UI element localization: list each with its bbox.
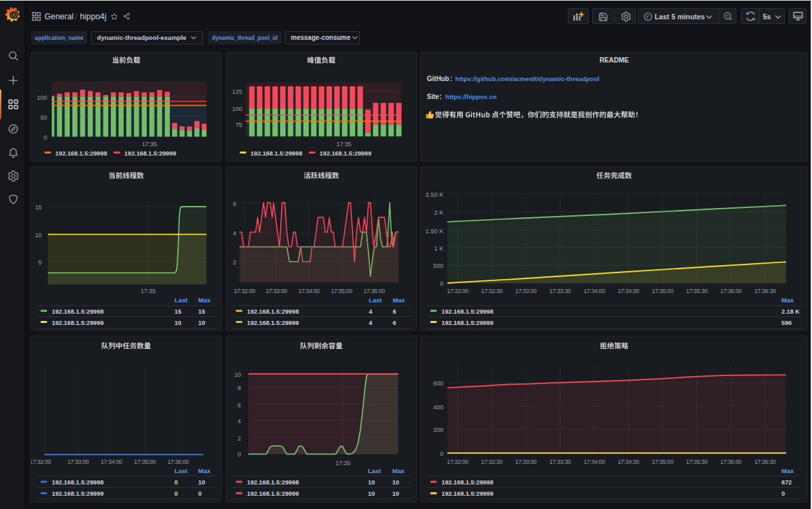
- svg-text:100: 100: [37, 94, 47, 101]
- svg-text:2: 2: [238, 435, 241, 442]
- svg-text:17:33:30: 17:33:30: [549, 458, 571, 465]
- svg-text:192.168.1.5:29998: 192.168.1.5:29998: [247, 479, 299, 486]
- svg-text:17:34:30: 17:34:30: [617, 458, 639, 465]
- svg-text:Max: Max: [781, 467, 794, 474]
- svg-text:192.168.1.5:29998: 192.168.1.5:29998: [442, 308, 493, 315]
- svg-text:17:36:30: 17:36:30: [754, 458, 776, 465]
- svg-text:10: 10: [175, 320, 181, 326]
- svg-text:192.168.1.5:29998: 192.168.1.5:29998: [247, 308, 299, 315]
- svg-text:0: 0: [175, 490, 178, 497]
- svg-text:192.168.1.5:29998: 192.168.1.5:29998: [442, 479, 493, 486]
- svg-text:Max: Max: [781, 296, 794, 304]
- svg-text:192.168.1.5:29998: 192.168.1.5:29998: [250, 150, 302, 157]
- svg-text:596: 596: [781, 320, 792, 326]
- svg-text:10: 10: [35, 232, 42, 239]
- svg-text:Last: Last: [368, 467, 381, 474]
- svg-text:10: 10: [199, 479, 205, 486]
- svg-text:5: 5: [39, 259, 42, 266]
- svg-text:17:35: 17:35: [142, 141, 157, 148]
- svg-text:https://github.com/acmenlt/dyn: https://github.com/acmenlt/dynamic-threa…: [455, 75, 600, 82]
- svg-text:4: 4: [369, 308, 373, 315]
- svg-text:200: 200: [433, 427, 444, 433]
- svg-text:1.50 K: 1.50 K: [426, 228, 444, 235]
- svg-text:400: 400: [433, 404, 444, 411]
- svg-text:2: 2: [233, 259, 236, 266]
- svg-text:17:34:00: 17:34:00: [584, 458, 606, 465]
- svg-text:4: 4: [238, 418, 241, 425]
- svg-text:17:33:00: 17:33:00: [67, 458, 89, 465]
- svg-text:Max: Max: [199, 467, 211, 474]
- svg-text:10: 10: [392, 479, 399, 486]
- svg-text:8: 8: [238, 385, 241, 391]
- svg-text:17:34:00: 17:34:00: [101, 458, 123, 465]
- svg-text:17:35:30: 17:35:30: [686, 288, 708, 294]
- svg-text:192.168.1.5:29999: 192.168.1.5:29999: [52, 320, 104, 326]
- svg-text:75: 75: [236, 122, 242, 128]
- svg-text:17:32:00: 17:32:00: [234, 288, 256, 294]
- svg-text:15: 15: [199, 308, 205, 315]
- svg-text:17:35: 17:35: [335, 460, 351, 466]
- svg-text:0: 0: [238, 451, 241, 458]
- svg-text:17:33:00: 17:33:00: [266, 288, 287, 294]
- svg-text:4: 4: [233, 230, 236, 237]
- svg-text:Max: Max: [199, 296, 211, 304]
- svg-text:17:35:00: 17:35:00: [134, 458, 156, 465]
- svg-text:192.168.1.5:29999: 192.168.1.5:29999: [319, 150, 371, 157]
- svg-text:Last: Last: [369, 296, 382, 304]
- svg-text:10: 10: [234, 371, 241, 378]
- svg-text:17:33:00: 17:33:00: [515, 458, 537, 465]
- svg-text:17:32:00: 17:32:00: [447, 458, 469, 465]
- svg-text:15: 15: [175, 308, 181, 315]
- svg-text:1 K: 1 K: [434, 245, 444, 252]
- svg-text:192.168.1.5:29999: 192.168.1.5:29999: [52, 490, 104, 497]
- svg-text:10: 10: [392, 490, 399, 497]
- svg-text:Site: Site: [427, 93, 440, 100]
- svg-text:192.168.1.5:29998: 192.168.1.5:29998: [55, 150, 107, 157]
- svg-text:6: 6: [238, 402, 241, 409]
- svg-text:192.168.1.5:29998: 192.168.1.5:29998: [52, 308, 104, 315]
- svg-text:17:35: 17:35: [141, 288, 156, 294]
- svg-text:192.168.1.5:29999: 192.168.1.5:29999: [442, 490, 493, 497]
- svg-text:17:36:00: 17:36:00: [167, 458, 189, 465]
- svg-text:192.168.1.5:29998: 192.168.1.5:29998: [52, 479, 104, 486]
- svg-text:10: 10: [368, 479, 374, 486]
- svg-text:6: 6: [233, 201, 236, 207]
- svg-text:17:36:00: 17:36:00: [720, 458, 742, 465]
- svg-text:0: 0: [440, 280, 444, 287]
- svg-text:17:35: 17:35: [337, 141, 352, 148]
- svg-text:17:34:00: 17:34:00: [298, 288, 320, 294]
- svg-text:17:35:00: 17:35:00: [652, 288, 674, 294]
- svg-text:672: 672: [781, 479, 792, 486]
- svg-text:Last: Last: [175, 467, 188, 474]
- svg-text:17:35:30: 17:35:30: [686, 458, 708, 465]
- svg-text:17:32:00: 17:32:00: [31, 458, 51, 465]
- svg-text:https://hippox.cn: https://hippox.cn: [446, 93, 497, 100]
- svg-text:17:36:00: 17:36:00: [720, 288, 742, 294]
- svg-text:500: 500: [433, 262, 444, 269]
- svg-text:192.168.1.5:29999: 192.168.1.5:29999: [247, 320, 299, 326]
- svg-text:17:32:00: 17:32:00: [447, 288, 469, 294]
- svg-text:Max: Max: [392, 467, 405, 474]
- svg-text:README: README: [600, 56, 629, 64]
- svg-text:17:34:00: 17:34:00: [584, 288, 606, 294]
- svg-text:192.168.1.5:29999: 192.168.1.5:29999: [442, 320, 493, 326]
- svg-text:2.18 K: 2.18 K: [781, 308, 800, 315]
- svg-text:17:36:30: 17:36:30: [754, 288, 776, 294]
- svg-text:17:35:00: 17:35:00: [331, 288, 353, 294]
- svg-text:GitHub: GitHub: [427, 75, 449, 82]
- svg-text:125: 125: [232, 88, 242, 95]
- svg-text:2.50 K: 2.50 K: [426, 191, 444, 198]
- svg-text:0: 0: [175, 479, 178, 486]
- svg-text:2 K: 2 K: [434, 209, 444, 216]
- svg-text:15: 15: [35, 204, 42, 211]
- svg-text:Last: Last: [175, 296, 188, 304]
- svg-text:17:35:00: 17:35:00: [652, 458, 674, 465]
- svg-text:6: 6: [392, 308, 396, 315]
- svg-text:0: 0: [781, 490, 785, 497]
- svg-text:17:36:00: 17:36:00: [363, 288, 385, 294]
- svg-text:0: 0: [44, 134, 47, 141]
- svg-text:17:34:30: 17:34:30: [617, 288, 639, 294]
- svg-text:17:32:30: 17:32:30: [481, 458, 503, 465]
- svg-text:17:33:00: 17:33:00: [515, 288, 537, 294]
- svg-text:4: 4: [369, 320, 373, 326]
